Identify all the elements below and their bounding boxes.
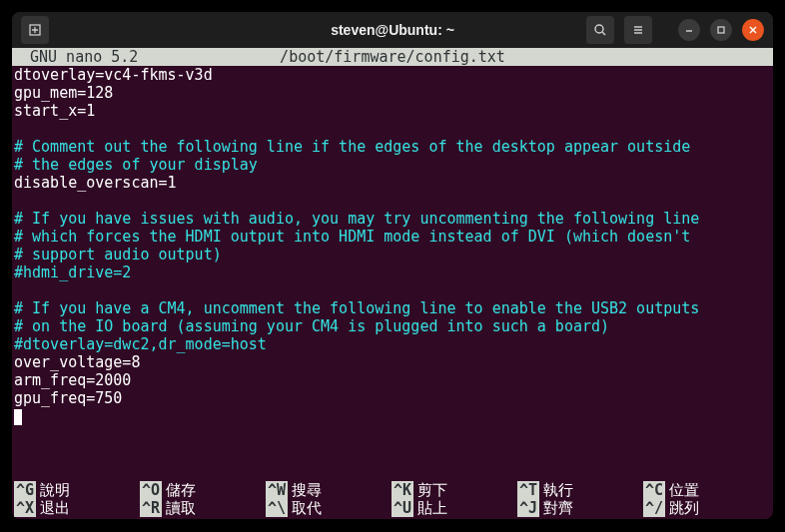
shortcut-key: ^K — [392, 481, 413, 499]
config-line: disable_overscan=1 — [14, 174, 771, 192]
shortcut-label: 對齊 — [539, 499, 577, 517]
shortcut-item: ^T執行 — [517, 481, 643, 499]
svg-rect-9 — [718, 27, 724, 33]
nano-shortcuts: ^G說明^O儲存^W搜尋^K剪下^T執行^C位置 ^X退出^R讀取^\取代^U貼… — [12, 481, 773, 519]
terminal-body[interactable]: GNU nano 5.2 /boot/firmware/config.txt d… — [12, 48, 773, 519]
shortcut-key: ^/ — [643, 499, 665, 517]
shortcut-key: ^G — [14, 481, 36, 499]
menu-button[interactable] — [624, 16, 652, 44]
shortcut-item: ^\取代 — [266, 499, 392, 517]
shortcut-item: ^G說明 — [14, 481, 140, 499]
new-tab-button[interactable] — [21, 16, 49, 44]
config-line: gpu_freq=750 — [14, 389, 771, 407]
terminal-window: steven@Ubuntu: ~ GNU nano 5.2 /boot/firm… — [12, 12, 773, 519]
comment-line: # support audio output) — [14, 246, 771, 264]
config-line: dtoverlay=vc4-fkms-v3d — [14, 66, 771, 84]
shortcut-key: ^\ — [266, 499, 288, 517]
shortcut-key: ^J — [517, 499, 539, 517]
shortcut-item: ^O儲存 — [140, 481, 266, 499]
comment-line: # If you have a CM4, uncomment the follo… — [14, 299, 771, 317]
comment-line: # the edges of your display — [14, 156, 771, 174]
shortcut-item: ^C位置 — [643, 481, 769, 499]
comment-line: #hdmi_drive=2 — [14, 264, 771, 281]
shortcut-label: 取代 — [288, 499, 326, 517]
shortcut-label: 剪下 — [413, 481, 451, 499]
shortcut-item: ^/跳列 — [643, 499, 769, 517]
config-line: arm_freq=2000 — [14, 371, 771, 389]
svg-point-3 — [595, 25, 603, 33]
shortcut-key: ^R — [140, 499, 162, 517]
shortcut-label: 跳列 — [665, 499, 703, 517]
shortcut-label: 說明 — [36, 481, 74, 499]
shortcut-label: 儲存 — [162, 481, 200, 499]
shortcut-key: ^C — [643, 481, 665, 499]
shortcut-item: ^U貼上 — [392, 499, 517, 517]
comment-line: # Comment out the following line if the … — [14, 138, 771, 156]
shortcut-key: ^U — [392, 499, 413, 517]
shortcut-key: ^T — [517, 481, 539, 499]
nano-header: GNU nano 5.2 /boot/firmware/config.txt — [12, 48, 773, 66]
shortcut-label: 退出 — [36, 499, 74, 517]
window-titlebar: steven@Ubuntu: ~ — [12, 12, 773, 48]
shortcut-item: ^R讀取 — [140, 499, 266, 517]
maximize-button[interactable] — [710, 19, 732, 41]
cursor-line — [14, 407, 771, 425]
config-line: over_voltage=8 — [14, 353, 771, 371]
editor-content[interactable]: dtoverlay=vc4-fkms-v3dgpu_mem=128start_x… — [12, 66, 773, 481]
shortcut-key: ^O — [140, 481, 162, 499]
nano-filepath: /boot/firmware/config.txt — [280, 48, 505, 66]
config-line: start_x=1 — [14, 102, 771, 120]
comment-line: # which forces the HDMI output into HDMI… — [14, 228, 771, 246]
shortcut-key: ^X — [14, 499, 36, 517]
shortcut-item: ^K剪下 — [392, 481, 517, 499]
close-button[interactable] — [742, 19, 764, 41]
config-line — [14, 120, 771, 138]
comment-line: # If you have issues with audio, you may… — [14, 210, 771, 228]
shortcut-item: ^J對齊 — [517, 499, 643, 517]
svg-line-4 — [602, 32, 605, 35]
minimize-button[interactable] — [678, 19, 700, 41]
shortcut-label: 讀取 — [162, 499, 200, 517]
search-button[interactable] — [586, 16, 614, 44]
config-line: gpu_mem=128 — [14, 84, 771, 102]
shortcut-key: ^W — [266, 481, 288, 499]
config-line — [14, 281, 771, 299]
shortcut-label: 執行 — [539, 481, 577, 499]
shortcut-item: ^X退出 — [14, 499, 140, 517]
shortcut-item: ^W搜尋 — [266, 481, 392, 499]
config-line — [14, 192, 771, 210]
shortcut-label: 位置 — [665, 481, 703, 499]
nano-version: GNU nano 5.2 — [16, 48, 138, 66]
shortcut-label: 貼上 — [413, 499, 451, 517]
cursor-icon — [14, 409, 22, 425]
shortcut-label: 搜尋 — [288, 481, 326, 499]
comment-line: # on the IO board (assuming your CM4 is … — [14, 317, 771, 335]
comment-line: #dtoverlay=dwc2,dr_mode=host — [14, 335, 771, 353]
